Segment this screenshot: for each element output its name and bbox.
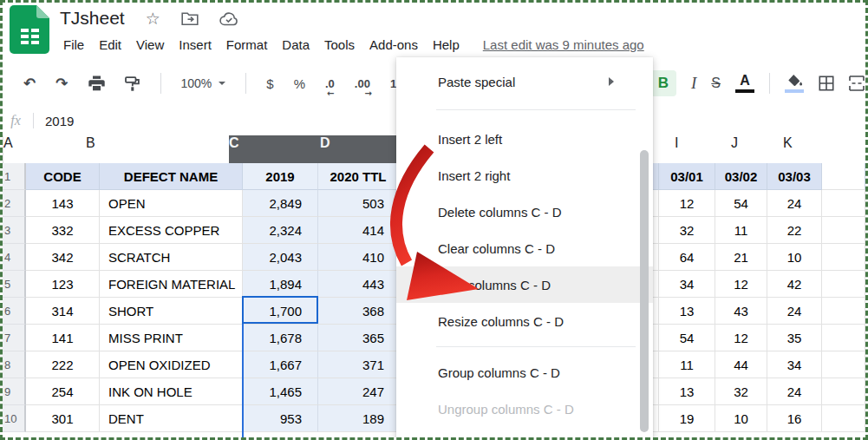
cell[interactable]: 54 — [659, 325, 715, 351]
cell[interactable]: 141 — [26, 325, 100, 351]
menu-item-insert-2-right[interactable]: Insert 2 right — [396, 157, 653, 194]
paint-format-button[interactable] — [125, 76, 140, 91]
cell[interactable]: 32 — [659, 217, 715, 244]
row-header-8[interactable]: 8 — [3, 351, 26, 378]
cell[interactable] — [822, 190, 865, 217]
cell[interactable]: 247 — [318, 378, 399, 405]
menu-data[interactable]: Data — [282, 37, 310, 52]
cell[interactable]: 222 — [26, 351, 100, 378]
cell[interactable]: DENT — [100, 405, 243, 432]
cell[interactable]: 24 — [767, 378, 822, 405]
menu-item-insert-2-left[interactable]: Insert 2 left — [396, 121, 653, 157]
cell[interactable]: 10 — [715, 405, 767, 432]
cell[interactable] — [822, 405, 865, 432]
menu-help[interactable]: Help — [433, 37, 460, 52]
cell[interactable] — [822, 271, 865, 298]
cell[interactable]: DEFECT NAME — [100, 163, 243, 190]
cell[interactable]: 368 — [318, 298, 399, 325]
row-header-5[interactable]: 5 — [3, 271, 26, 298]
borders-button[interactable] — [819, 76, 834, 91]
column-header-K[interactable]: K — [783, 135, 838, 163]
cell[interactable]: 314 — [26, 298, 100, 325]
cell[interactable]: 443 — [318, 271, 399, 298]
move-to-folder-icon[interactable] — [181, 11, 199, 26]
cell[interactable]: 12 — [715, 325, 767, 351]
row-header-1[interactable]: 1 — [3, 163, 26, 190]
cell[interactable]: 03/03 — [767, 163, 822, 190]
row-header-10[interactable]: 10 — [3, 405, 26, 432]
cell[interactable]: 2019 — [243, 163, 318, 190]
row-header-7[interactable]: 7 — [3, 325, 26, 351]
cell[interactable]: FOREIGN MATERIAL — [100, 271, 243, 298]
cell[interactable] — [822, 163, 865, 190]
formula-input[interactable]: 2019 — [45, 114, 74, 128]
cell[interactable]: 13 — [659, 298, 715, 325]
cell[interactable]: 143 — [26, 190, 100, 217]
cell[interactable]: 2,043 — [243, 244, 318, 271]
cell[interactable]: 342 — [26, 244, 100, 271]
menu-item-group-columns-c-d[interactable]: Group columns C - D — [396, 354, 653, 391]
menu-addons[interactable]: Add-ons — [369, 37, 418, 52]
menu-format[interactable]: Format — [226, 37, 268, 52]
cell[interactable]: 32 — [715, 378, 767, 405]
cell[interactable]: 35 — [767, 325, 822, 351]
cell[interactable]: 254 — [26, 378, 100, 405]
cell[interactable]: 42 — [767, 271, 822, 298]
cell[interactable]: 11 — [715, 217, 767, 244]
format-percent-button[interactable]: % — [294, 76, 305, 91]
cell[interactable]: 10 — [767, 244, 822, 271]
document-title[interactable]: TJsheet — [60, 8, 125, 29]
strikethrough-button[interactable]: S — [711, 76, 721, 91]
bold-button[interactable]: B — [650, 70, 676, 96]
cell[interactable]: 43 — [715, 298, 767, 325]
row-header-3[interactable]: 3 — [3, 217, 26, 244]
cell[interactable]: MISS PRINT — [100, 325, 243, 351]
row-header-2[interactable]: 2 — [3, 190, 26, 217]
column-header-B[interactable]: B — [77, 135, 229, 163]
cell[interactable]: CODE — [26, 163, 100, 190]
cell[interactable]: 371 — [318, 351, 399, 378]
cell[interactable]: OPEN OXIDIZED — [100, 351, 243, 378]
cell[interactable]: 11 — [659, 351, 715, 378]
print-button[interactable] — [88, 76, 105, 91]
cell[interactable]: 2,324 — [243, 217, 318, 244]
merge-cells-button[interactable] — [849, 76, 865, 91]
cell[interactable] — [822, 351, 865, 378]
cell[interactable]: 34 — [767, 351, 822, 378]
column-header-J[interactable]: J — [731, 135, 783, 163]
last-edit-link[interactable]: Last edit was 9 minutes ago — [483, 37, 644, 52]
cell[interactable] — [822, 378, 865, 405]
cell[interactable]: 503 — [318, 190, 399, 217]
redo-button[interactable]: ↷ — [55, 75, 68, 92]
cell[interactable]: 12 — [715, 271, 767, 298]
cell[interactable]: 2,849 — [243, 190, 318, 217]
cell[interactable]: 1,667 — [243, 351, 318, 378]
menu-tools[interactable]: Tools — [324, 37, 355, 52]
cell[interactable]: 365 — [318, 325, 399, 351]
cell[interactable]: 16 — [767, 405, 822, 432]
cell[interactable] — [822, 244, 865, 271]
undo-button[interactable]: ↶ — [23, 75, 36, 92]
cell[interactable]: 953 — [243, 405, 318, 432]
cell[interactable]: INK ON HOLE — [100, 378, 243, 405]
cell[interactable]: 1,678 — [243, 325, 318, 351]
cell[interactable]: 414 — [318, 217, 399, 244]
cell[interactable]: 54 — [715, 190, 767, 217]
cell[interactable]: 22 — [767, 217, 822, 244]
column-header-I[interactable]: I — [675, 135, 731, 163]
cell[interactable]: 2020 TTL — [318, 163, 399, 190]
cloud-saved-icon[interactable] — [219, 11, 238, 26]
cell[interactable]: 24 — [767, 298, 822, 325]
menu-item-clear-columns-c-d[interactable]: Clear columns C - D — [396, 230, 653, 266]
cell[interactable]: 123 — [26, 271, 100, 298]
cell[interactable]: SCRATCH — [100, 244, 243, 271]
cell[interactable]: 410 — [318, 244, 399, 271]
cell[interactable]: 64 — [659, 244, 715, 271]
menu-view[interactable]: View — [136, 37, 164, 52]
cell[interactable]: 1,894 — [243, 271, 318, 298]
cell[interactable]: 12 — [659, 190, 715, 217]
zoom-selector[interactable]: 100% — [181, 76, 226, 90]
menu-item-delete-columns-c-d[interactable]: Delete columns C - D — [396, 194, 653, 230]
row-header-6[interactable]: 6 — [3, 298, 26, 325]
increase-decimal-button[interactable]: .00 — [355, 77, 370, 90]
